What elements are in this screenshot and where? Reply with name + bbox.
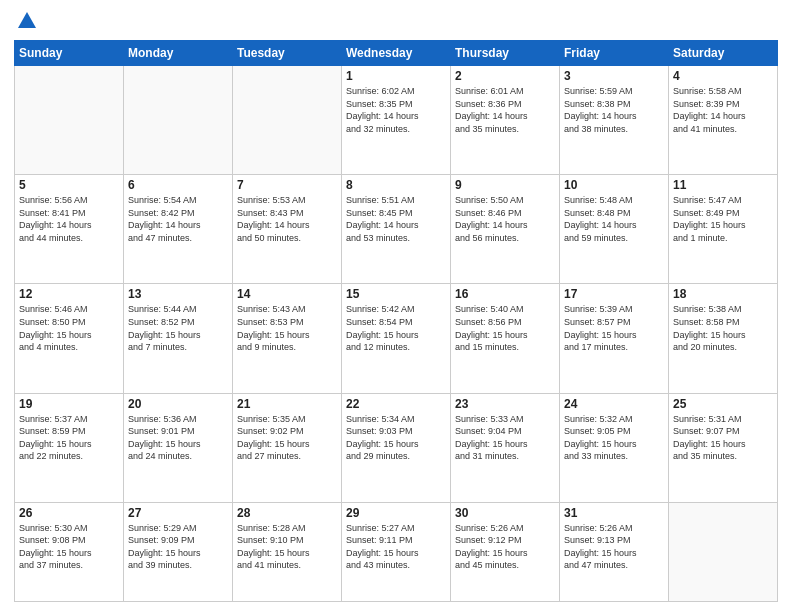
- calendar-cell: 16Sunrise: 5:40 AM Sunset: 8:56 PM Dayli…: [451, 284, 560, 393]
- day-number: 11: [673, 178, 773, 192]
- calendar-cell: 14Sunrise: 5:43 AM Sunset: 8:53 PM Dayli…: [233, 284, 342, 393]
- day-info: Sunrise: 5:26 AM Sunset: 9:12 PM Dayligh…: [455, 522, 555, 572]
- day-number: 29: [346, 506, 446, 520]
- calendar-cell: 2Sunrise: 6:01 AM Sunset: 8:36 PM Daylig…: [451, 66, 560, 175]
- day-number: 8: [346, 178, 446, 192]
- day-info: Sunrise: 5:29 AM Sunset: 9:09 PM Dayligh…: [128, 522, 228, 572]
- day-info: Sunrise: 5:31 AM Sunset: 9:07 PM Dayligh…: [673, 413, 773, 463]
- calendar-cell: 19Sunrise: 5:37 AM Sunset: 8:59 PM Dayli…: [15, 393, 124, 502]
- day-number: 27: [128, 506, 228, 520]
- day-number: 6: [128, 178, 228, 192]
- day-number: 31: [564, 506, 664, 520]
- calendar-cell: 10Sunrise: 5:48 AM Sunset: 8:48 PM Dayli…: [560, 175, 669, 284]
- day-number: 24: [564, 397, 664, 411]
- calendar-cell: 12Sunrise: 5:46 AM Sunset: 8:50 PM Dayli…: [15, 284, 124, 393]
- day-info: Sunrise: 5:46 AM Sunset: 8:50 PM Dayligh…: [19, 303, 119, 353]
- calendar-week-row: 1Sunrise: 6:02 AM Sunset: 8:35 PM Daylig…: [15, 66, 778, 175]
- calendar-cell: [233, 66, 342, 175]
- calendar-header-thursday: Thursday: [451, 41, 560, 66]
- calendar-week-row: 12Sunrise: 5:46 AM Sunset: 8:50 PM Dayli…: [15, 284, 778, 393]
- day-number: 16: [455, 287, 555, 301]
- day-number: 15: [346, 287, 446, 301]
- day-info: Sunrise: 5:53 AM Sunset: 8:43 PM Dayligh…: [237, 194, 337, 244]
- calendar-cell: 21Sunrise: 5:35 AM Sunset: 9:02 PM Dayli…: [233, 393, 342, 502]
- day-info: Sunrise: 5:33 AM Sunset: 9:04 PM Dayligh…: [455, 413, 555, 463]
- calendar-header-wednesday: Wednesday: [342, 41, 451, 66]
- day-info: Sunrise: 5:43 AM Sunset: 8:53 PM Dayligh…: [237, 303, 337, 353]
- svg-marker-0: [18, 12, 36, 28]
- day-number: 30: [455, 506, 555, 520]
- day-info: Sunrise: 5:40 AM Sunset: 8:56 PM Dayligh…: [455, 303, 555, 353]
- day-number: 7: [237, 178, 337, 192]
- calendar-cell: 24Sunrise: 5:32 AM Sunset: 9:05 PM Dayli…: [560, 393, 669, 502]
- day-info: Sunrise: 5:51 AM Sunset: 8:45 PM Dayligh…: [346, 194, 446, 244]
- day-number: 5: [19, 178, 119, 192]
- day-info: Sunrise: 5:38 AM Sunset: 8:58 PM Dayligh…: [673, 303, 773, 353]
- calendar-cell: 18Sunrise: 5:38 AM Sunset: 8:58 PM Dayli…: [669, 284, 778, 393]
- calendar-cell: 26Sunrise: 5:30 AM Sunset: 9:08 PM Dayli…: [15, 502, 124, 601]
- calendar-cell: 23Sunrise: 5:33 AM Sunset: 9:04 PM Dayli…: [451, 393, 560, 502]
- day-info: Sunrise: 6:01 AM Sunset: 8:36 PM Dayligh…: [455, 85, 555, 135]
- day-info: Sunrise: 5:34 AM Sunset: 9:03 PM Dayligh…: [346, 413, 446, 463]
- day-number: 20: [128, 397, 228, 411]
- calendar-cell: 30Sunrise: 5:26 AM Sunset: 9:12 PM Dayli…: [451, 502, 560, 601]
- calendar-header-saturday: Saturday: [669, 41, 778, 66]
- day-info: Sunrise: 5:48 AM Sunset: 8:48 PM Dayligh…: [564, 194, 664, 244]
- day-info: Sunrise: 5:54 AM Sunset: 8:42 PM Dayligh…: [128, 194, 228, 244]
- day-number: 26: [19, 506, 119, 520]
- day-number: 25: [673, 397, 773, 411]
- calendar-cell: 31Sunrise: 5:26 AM Sunset: 9:13 PM Dayli…: [560, 502, 669, 601]
- calendar-cell: 6Sunrise: 5:54 AM Sunset: 8:42 PM Daylig…: [124, 175, 233, 284]
- day-info: Sunrise: 5:44 AM Sunset: 8:52 PM Dayligh…: [128, 303, 228, 353]
- calendar-cell: 15Sunrise: 5:42 AM Sunset: 8:54 PM Dayli…: [342, 284, 451, 393]
- day-number: 22: [346, 397, 446, 411]
- day-number: 14: [237, 287, 337, 301]
- calendar-header-tuesday: Tuesday: [233, 41, 342, 66]
- calendar-header-row: SundayMondayTuesdayWednesdayThursdayFrid…: [15, 41, 778, 66]
- calendar-header-sunday: Sunday: [15, 41, 124, 66]
- day-number: 12: [19, 287, 119, 301]
- logo-icon: [16, 10, 38, 32]
- calendar-header-monday: Monday: [124, 41, 233, 66]
- day-number: 19: [19, 397, 119, 411]
- day-number: 13: [128, 287, 228, 301]
- logo: [14, 10, 38, 32]
- calendar-cell: 3Sunrise: 5:59 AM Sunset: 8:38 PM Daylig…: [560, 66, 669, 175]
- header: [14, 10, 778, 32]
- calendar-header-friday: Friday: [560, 41, 669, 66]
- day-number: 17: [564, 287, 664, 301]
- calendar-week-row: 26Sunrise: 5:30 AM Sunset: 9:08 PM Dayli…: [15, 502, 778, 601]
- day-info: Sunrise: 5:27 AM Sunset: 9:11 PM Dayligh…: [346, 522, 446, 572]
- calendar-cell: 25Sunrise: 5:31 AM Sunset: 9:07 PM Dayli…: [669, 393, 778, 502]
- day-info: Sunrise: 5:37 AM Sunset: 8:59 PM Dayligh…: [19, 413, 119, 463]
- calendar-cell: 27Sunrise: 5:29 AM Sunset: 9:09 PM Dayli…: [124, 502, 233, 601]
- calendar-cell: [15, 66, 124, 175]
- day-info: Sunrise: 5:32 AM Sunset: 9:05 PM Dayligh…: [564, 413, 664, 463]
- day-info: Sunrise: 5:36 AM Sunset: 9:01 PM Dayligh…: [128, 413, 228, 463]
- calendar-week-row: 19Sunrise: 5:37 AM Sunset: 8:59 PM Dayli…: [15, 393, 778, 502]
- calendar-cell: 7Sunrise: 5:53 AM Sunset: 8:43 PM Daylig…: [233, 175, 342, 284]
- day-info: Sunrise: 5:47 AM Sunset: 8:49 PM Dayligh…: [673, 194, 773, 244]
- calendar-cell: 1Sunrise: 6:02 AM Sunset: 8:35 PM Daylig…: [342, 66, 451, 175]
- day-info: Sunrise: 5:58 AM Sunset: 8:39 PM Dayligh…: [673, 85, 773, 135]
- day-number: 10: [564, 178, 664, 192]
- calendar-cell: [124, 66, 233, 175]
- day-number: 2: [455, 69, 555, 83]
- day-number: 23: [455, 397, 555, 411]
- day-info: Sunrise: 5:56 AM Sunset: 8:41 PM Dayligh…: [19, 194, 119, 244]
- calendar-cell: 13Sunrise: 5:44 AM Sunset: 8:52 PM Dayli…: [124, 284, 233, 393]
- day-number: 9: [455, 178, 555, 192]
- calendar-cell: 22Sunrise: 5:34 AM Sunset: 9:03 PM Dayli…: [342, 393, 451, 502]
- day-number: 4: [673, 69, 773, 83]
- day-info: Sunrise: 5:39 AM Sunset: 8:57 PM Dayligh…: [564, 303, 664, 353]
- day-info: Sunrise: 5:42 AM Sunset: 8:54 PM Dayligh…: [346, 303, 446, 353]
- calendar-cell: 8Sunrise: 5:51 AM Sunset: 8:45 PM Daylig…: [342, 175, 451, 284]
- calendar-cell: 20Sunrise: 5:36 AM Sunset: 9:01 PM Dayli…: [124, 393, 233, 502]
- calendar-cell: [669, 502, 778, 601]
- calendar-cell: 17Sunrise: 5:39 AM Sunset: 8:57 PM Dayli…: [560, 284, 669, 393]
- calendar-cell: 9Sunrise: 5:50 AM Sunset: 8:46 PM Daylig…: [451, 175, 560, 284]
- calendar-cell: 29Sunrise: 5:27 AM Sunset: 9:11 PM Dayli…: [342, 502, 451, 601]
- day-info: Sunrise: 5:35 AM Sunset: 9:02 PM Dayligh…: [237, 413, 337, 463]
- day-info: Sunrise: 5:50 AM Sunset: 8:46 PM Dayligh…: [455, 194, 555, 244]
- day-info: Sunrise: 5:30 AM Sunset: 9:08 PM Dayligh…: [19, 522, 119, 572]
